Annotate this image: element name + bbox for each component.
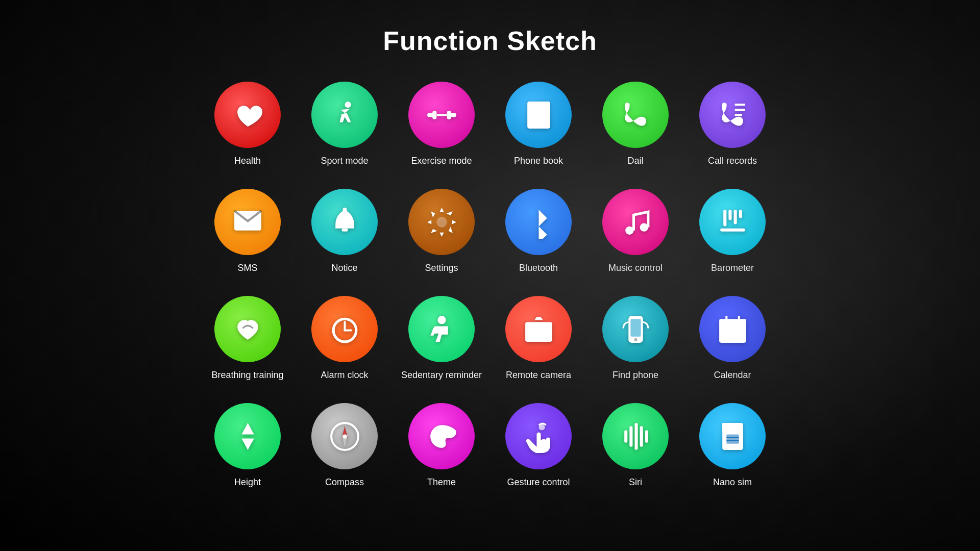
dail-icon — [602, 82, 669, 148]
svg-rect-6 — [432, 111, 436, 119]
function-grid: HealthSport modeExercise modePhone bookD… — [207, 82, 773, 505]
siri-label: Siri — [629, 477, 642, 488]
height-icon — [214, 403, 281, 469]
notice-label: Notice — [331, 262, 357, 274]
sport-mode-icon — [311, 82, 378, 148]
svg-point-28 — [437, 316, 446, 324]
phone-book-label: Phone book — [514, 155, 563, 167]
exercise-mode-label: Exercise mode — [411, 155, 472, 167]
function-item-phone-book[interactable]: Phone book — [498, 82, 579, 184]
calendar-icon: 23 — [699, 296, 766, 362]
svg-point-47 — [434, 432, 438, 436]
alarm-clock-icon — [311, 296, 378, 362]
settings-label: Settings — [425, 262, 458, 274]
music-control-icon — [602, 189, 669, 255]
health-label: Health — [234, 155, 261, 167]
page-title: Function Sketch — [383, 26, 597, 56]
function-item-sms[interactable]: SMS — [207, 189, 288, 291]
svg-point-17 — [436, 217, 447, 227]
function-item-alarm-clock[interactable]: Alarm clock — [304, 296, 385, 398]
settings-icon — [408, 189, 475, 255]
notice-icon — [311, 189, 378, 255]
nano-sim-label: Nano sim — [713, 477, 752, 488]
theme-label: Theme — [427, 477, 456, 488]
find-phone-icon — [602, 296, 669, 362]
function-item-notice[interactable]: Notice — [304, 189, 385, 291]
bluetooth-icon — [505, 189, 572, 255]
function-item-theme[interactable]: Theme — [401, 403, 482, 505]
nano-sim-icon — [699, 403, 766, 469]
svg-rect-58 — [726, 434, 739, 443]
svg-point-48 — [438, 427, 443, 431]
function-item-height[interactable]: Height — [207, 403, 288, 505]
function-item-gesture-control[interactable]: Gesture control — [498, 403, 579, 505]
function-item-sedentary-reminder[interactable]: Sedentary reminder — [401, 296, 482, 398]
find-phone-label: Find phone — [612, 369, 658, 381]
compass-label: Compass — [325, 477, 364, 488]
sms-label: SMS — [237, 262, 257, 274]
function-item-siri[interactable]: Siri — [595, 403, 676, 505]
function-item-find-phone[interactable]: Find phone — [595, 296, 676, 398]
svg-rect-8 — [436, 114, 447, 116]
function-item-sport-mode[interactable]: Sport mode — [304, 82, 385, 184]
sedentary-reminder-icon — [408, 296, 475, 362]
phone-book-icon — [505, 82, 572, 148]
svg-rect-21 — [733, 210, 737, 224]
sport-mode-label: Sport mode — [321, 155, 368, 167]
svg-point-31 — [535, 328, 542, 335]
function-item-nano-sim[interactable]: Nano sim — [692, 403, 773, 505]
svg-rect-51 — [624, 430, 627, 442]
health-icon — [214, 82, 281, 148]
breathing-training-label: Breathing training — [211, 369, 283, 381]
svg-rect-24 — [720, 228, 745, 231]
music-control-label: Music control — [608, 262, 663, 274]
siri-icon — [602, 403, 669, 469]
function-item-bluetooth[interactable]: Bluetooth — [498, 189, 579, 291]
function-item-dail[interactable]: Dail — [595, 82, 676, 184]
call-records-label: Call records — [708, 155, 757, 167]
alarm-clock-label: Alarm clock — [321, 369, 368, 381]
svg-rect-7 — [447, 111, 451, 119]
svg-marker-41 — [241, 423, 254, 434]
svg-rect-53 — [634, 423, 638, 450]
function-item-barometer[interactable]: Barometer — [692, 189, 773, 291]
calendar-label: Calendar — [714, 369, 751, 381]
svg-rect-23 — [723, 210, 726, 227]
function-item-music-control[interactable]: Music control — [595, 189, 676, 291]
dail-label: Dail — [627, 155, 643, 167]
svg-point-10 — [534, 106, 543, 114]
svg-rect-22 — [739, 210, 742, 218]
svg-point-3 — [345, 102, 351, 108]
barometer-icon — [699, 189, 766, 255]
compass-icon — [311, 403, 378, 469]
bluetooth-label: Bluetooth — [519, 262, 558, 274]
call-records-icon — [699, 82, 766, 148]
remote-camera-icon — [505, 296, 572, 362]
function-item-call-records[interactable]: Call records — [692, 82, 773, 184]
function-item-health[interactable]: Health — [207, 82, 288, 184]
function-item-calendar[interactable]: 23Calendar — [692, 296, 773, 398]
svg-point-35 — [634, 338, 637, 341]
breathing-training-icon — [214, 296, 281, 362]
function-item-remote-camera[interactable]: Remote camera — [498, 296, 579, 398]
svg-point-16 — [342, 208, 347, 212]
barometer-label: Barometer — [711, 262, 754, 274]
height-label: Height — [234, 477, 261, 488]
function-item-breathing-training[interactable]: Breathing training — [207, 296, 288, 398]
svg-point-32 — [546, 324, 549, 328]
svg-text:23: 23 — [726, 326, 739, 339]
svg-rect-54 — [640, 426, 643, 447]
svg-point-49 — [445, 429, 449, 433]
gesture-control-label: Gesture control — [507, 477, 570, 488]
remote-camera-label: Remote camera — [506, 369, 571, 381]
sedentary-reminder-label: Sedentary reminder — [401, 369, 482, 381]
sms-icon — [214, 189, 281, 255]
function-item-compass[interactable]: Compass — [304, 403, 385, 505]
theme-icon — [408, 403, 475, 469]
svg-rect-52 — [629, 426, 632, 447]
svg-marker-42 — [241, 438, 254, 449]
gesture-control-icon — [505, 403, 572, 469]
svg-rect-15 — [341, 228, 348, 231]
function-item-settings[interactable]: Settings — [401, 189, 482, 291]
function-item-exercise-mode[interactable]: Exercise mode — [401, 82, 482, 184]
